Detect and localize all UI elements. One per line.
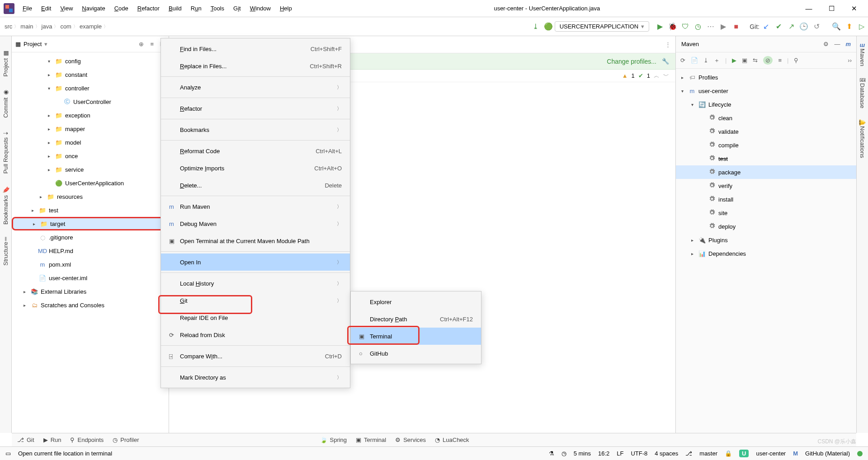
tree-row--gitignore[interactable]: ◌.gitignore	[12, 230, 169, 244]
context-menu[interactable]: Find in Files...Ctrl+Shift+FReplace in F…	[160, 38, 350, 388]
menu-code[interactable]: Code	[111, 2, 132, 14]
maven-user-center[interactable]: ▾muser-center	[676, 84, 856, 98]
execute-icon[interactable]: ▣	[742, 57, 747, 64]
maven-plugins[interactable]: ▸🔌Plugins	[676, 233, 856, 247]
ctx-bookmarks[interactable]: Bookmarks〉	[161, 121, 350, 138]
toolwin-git[interactable]: ⎇Git	[17, 437, 34, 443]
crumb-item[interactable]: example	[80, 23, 102, 30]
tree-row-constant[interactable]: ▸📁constant	[12, 68, 169, 81]
maven-site[interactable]: site	[676, 206, 856, 220]
submenu-directory-path[interactable]: Directory PathCtrl+Alt+F12	[351, 310, 481, 328]
ctx-reload-from-disk[interactable]: ⟳Reload from Disk	[161, 326, 350, 343]
submenu-explorer[interactable]: Explorer	[351, 293, 481, 310]
tree-row-scratches-and-consoles[interactable]: ▸🗂Scratches and Consoles	[12, 298, 169, 312]
collapse-icon[interactable]: ≡	[778, 57, 782, 64]
maven-tree[interactable]: ▸🏷Profiles▾muser-center▾🔄Lifecyclecleanv…	[676, 69, 856, 433]
crumb-item[interactable]: src	[5, 23, 12, 30]
expand-arrow-icon[interactable]: ▸	[33, 221, 39, 226]
attach-button[interactable]: ⋯	[704, 22, 717, 31]
expand-arrow-icon[interactable]: ▸	[24, 303, 30, 308]
expand-arrow-icon[interactable]: ▸	[691, 238, 698, 243]
ok-icon[interactable]: ✔	[638, 72, 643, 79]
status-branch[interactable]: master	[699, 450, 717, 457]
tree-row-config[interactable]: ▾📁config	[12, 54, 169, 68]
maven-deploy[interactable]: deploy	[676, 220, 856, 233]
expand-arrow-icon[interactable]: ▸	[48, 113, 54, 118]
toggle-icon[interactable]: ⇆	[753, 57, 758, 64]
toolwin-run[interactable]: ▶Run	[43, 437, 61, 443]
open-in-submenu[interactable]: ExplorerDirectory PathCtrl+Alt+F12▣Termi…	[350, 291, 481, 364]
expand-arrow-icon[interactable]: ▾	[48, 59, 54, 64]
rerun-button[interactable]: ▶	[717, 22, 730, 31]
tree-row-once[interactable]: ▸📁once	[12, 149, 169, 163]
menu-build[interactable]: Build	[165, 2, 185, 14]
expand-arrow-icon[interactable]: ▸	[691, 251, 698, 256]
menu-refactor[interactable]: Refactor	[134, 2, 163, 14]
toolwin-services[interactable]: ⚙Services	[395, 437, 426, 443]
status-theme[interactable]: GitHub (Material)	[805, 450, 850, 457]
analyze-icon[interactable]: ⚲	[794, 57, 798, 64]
breadcrumb[interactable]: src〉 main〉 java〉 com〉 example〉	[0, 23, 113, 30]
maven-compile[interactable]: compile	[676, 138, 856, 152]
stripe-pull-requests[interactable]: Pull Requests⇢	[2, 131, 9, 174]
skip-tests-icon[interactable]: ⊘	[763, 56, 773, 65]
menu-tools[interactable]: Tools	[207, 2, 228, 14]
run-button[interactable]: ▶	[654, 22, 666, 31]
add-icon[interactable]: ＋	[714, 56, 720, 65]
run-icon[interactable]: ▶	[732, 57, 736, 64]
ctx-replace-in-files-[interactable]: Replace in Files...Ctrl+Shift+R	[161, 57, 350, 75]
stripe-commit[interactable]: Commit◉	[2, 89, 9, 118]
locate-icon[interactable]: ⊕	[139, 41, 144, 47]
lock-icon[interactable]: 🔒	[725, 450, 732, 457]
menu-git[interactable]: Git	[230, 2, 245, 14]
ctx-repair-ide-on-file[interactable]: Repair IDE on File	[161, 309, 350, 326]
tab-options-icon[interactable]: ⋮	[665, 41, 671, 48]
maven-package[interactable]: package	[676, 165, 856, 179]
gear-icon[interactable]: ⚙	[823, 41, 829, 47]
menu-navigate[interactable]: Navigate	[78, 2, 108, 14]
maven-verify[interactable]: verify	[676, 179, 856, 192]
maven-test[interactable]: test	[676, 152, 856, 165]
change-profiles-link[interactable]: Change profiles...	[607, 58, 656, 65]
ctx-open-terminal-at-the-current-maven-module-path[interactable]: ▣Open Terminal at the Current Maven Modu…	[161, 232, 350, 249]
ctx-optimize-imports[interactable]: Optimize ImportsCtrl+Alt+O	[161, 160, 350, 177]
stripe-project[interactable]: Project▦	[2, 50, 9, 76]
crumb-item[interactable]: main	[20, 23, 33, 30]
ctx-reformat-code[interactable]: Reformat CodeCtrl+Alt+L	[161, 142, 350, 160]
expand-arrow-icon[interactable]: ▸	[48, 127, 54, 131]
tree-row-help-md[interactable]: MDHELP.md	[12, 244, 169, 258]
ctx-git[interactable]: Git〉	[161, 292, 350, 309]
status-enc[interactable]: UTF-8	[631, 450, 647, 457]
up-icon[interactable]: ︿	[654, 72, 660, 80]
run-config-selector[interactable]: USERCENTERAPPLICATION ▾	[555, 21, 650, 32]
window-maximize-button[interactable]: ☐	[821, 5, 842, 13]
code-with-me-button[interactable]: ▷	[855, 22, 868, 31]
build-button[interactable]: ⤓	[529, 22, 542, 31]
submenu-terminal[interactable]: ▣Terminal	[351, 328, 481, 345]
crumb-item[interactable]: java	[42, 23, 52, 30]
window-minimize-button[interactable]: —	[798, 5, 819, 12]
ctx-analyze[interactable]: Analyze〉	[161, 79, 350, 96]
toolwin-profiler[interactable]: ◷Profiler	[113, 437, 139, 443]
expand-arrow-icon[interactable]: ▸	[24, 289, 30, 294]
ctx-find-in-files-[interactable]: Find in Files...Ctrl+Shift+F	[161, 40, 350, 57]
git-history-button[interactable]: 🕒	[797, 22, 810, 31]
maven-install[interactable]: install	[676, 192, 856, 206]
toolwin-endpoints[interactable]: ⚲Endpoints	[70, 437, 104, 443]
menu-window[interactable]: Window	[246, 2, 274, 14]
ctx-open-in[interactable]: Open In〉	[161, 253, 350, 271]
expand-all-icon[interactable]: ≡	[150, 41, 154, 47]
expand-arrow-icon[interactable]: ▾	[681, 89, 688, 94]
profile-button[interactable]: ◷	[692, 22, 704, 31]
resource-icon[interactable]: ⚗	[549, 450, 554, 457]
search-everywhere-button[interactable]: 🔍	[830, 22, 843, 31]
expand-arrow-icon[interactable]: ▸	[32, 208, 38, 213]
expand-arrow-icon[interactable]: ▸	[48, 154, 54, 159]
chevron-down-icon[interactable]: ▾	[44, 41, 47, 47]
stripe-database[interactable]: 🗄Database	[859, 75, 866, 108]
maven-clean[interactable]: clean	[676, 111, 856, 125]
wrench-icon[interactable]: 🔧	[662, 58, 669, 65]
status-eol[interactable]: LF	[617, 450, 623, 457]
tree-row-controller[interactable]: ▾📁controller	[12, 81, 169, 95]
git-pull-button[interactable]: ↙	[760, 22, 772, 31]
